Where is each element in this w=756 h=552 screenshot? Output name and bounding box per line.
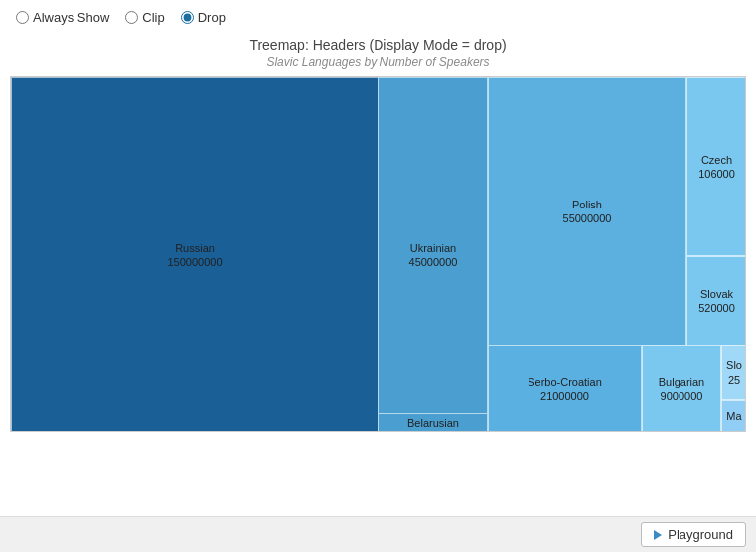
treemap: Russian150000000Ukrainian45000000Polish5… <box>10 76 746 432</box>
cell-label-czech: Czech <box>701 153 732 167</box>
cell-label-belarusian: Belarusian <box>407 416 459 430</box>
treemap-cell-czech: Czech106000 <box>686 77 746 256</box>
playground-label: Playground <box>668 527 733 542</box>
treemap-cell-ma: Ma <box>721 400 746 432</box>
cell-value-russian: 150000000 <box>167 255 222 269</box>
chart-subtitle: Slavic Languages by Number of Speakers <box>0 55 756 69</box>
cell-label-ma: Ma <box>726 409 741 423</box>
radio-drop[interactable]: Drop <box>181 10 226 25</box>
radio-always-show-label: Always Show <box>33 10 109 25</box>
radio-clip-input[interactable] <box>125 11 138 24</box>
treemap-cell-serbo-croatian: Serbo-Croatian21000000 <box>488 345 642 432</box>
controls-bar: Always Show Clip Drop <box>0 0 756 31</box>
radio-drop-label: Drop <box>198 10 226 25</box>
cell-label-polish: Polish <box>572 198 602 211</box>
radio-always-show-input[interactable] <box>16 11 29 24</box>
radio-drop-input[interactable] <box>181 11 194 24</box>
cell-value-czech: 106000 <box>698 167 735 181</box>
cell-value-slovak: 520000 <box>698 301 735 315</box>
treemap-cell-slo: Slo25 <box>721 345 746 400</box>
radio-clip-label: Clip <box>142 10 164 25</box>
cell-label-slovak: Slovak <box>700 287 733 301</box>
radio-clip[interactable]: Clip <box>125 10 164 25</box>
treemap-cell-slovak: Slovak520000 <box>686 256 746 345</box>
radio-always-show[interactable]: Always Show <box>16 10 109 25</box>
cell-value-slo: 25 <box>728 373 740 387</box>
cell-value-serbo-croatian: 21000000 <box>540 389 589 403</box>
treemap-cell-ukrainian: Ukrainian45000000 <box>378 77 488 432</box>
treemap-cell-russian: Russian150000000 <box>11 77 378 432</box>
treemap-cell-belarusian: Belarusian <box>378 413 488 432</box>
chart-title: Treemap: Headers (Display Mode = drop) <box>0 37 756 53</box>
cell-label-bulgarian: Bulgarian <box>659 375 704 389</box>
cell-value-polish: 55000000 <box>563 211 612 225</box>
cell-value-ukrainian: 45000000 <box>409 255 458 269</box>
cell-label-ukrainian: Ukrainian <box>410 241 456 255</box>
treemap-cell-polish: Polish55000000 <box>488 77 686 345</box>
treemap-cell-bulgarian: Bulgarian9000000 <box>642 345 721 432</box>
cell-label-russian: Russian <box>175 241 215 255</box>
footer-bar: Playground <box>0 516 756 552</box>
play-icon <box>654 530 662 540</box>
playground-button[interactable]: Playground <box>641 522 746 547</box>
cell-label-slo: Slo <box>726 358 742 372</box>
cell-label-serbo-croatian: Serbo-Croatian <box>528 375 602 389</box>
cell-value-bulgarian: 9000000 <box>661 389 703 403</box>
